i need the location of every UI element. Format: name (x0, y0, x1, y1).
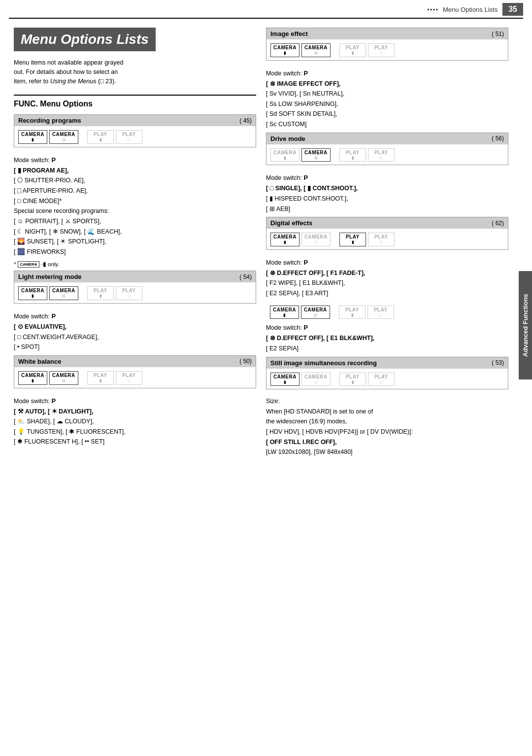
dm-play-btn-2[interactable]: PLAY □ (368, 148, 395, 162)
de-play-btn-2[interactable]: PLAY □ (368, 233, 395, 246)
de-buttons-row2: CAMERA ▮ CAMERA □ PLAY ▮ PLAY □ (266, 302, 508, 322)
si-camera-btn-1[interactable]: CAMERA ▮ (270, 373, 299, 386)
light-metering-header: Light metering mode ( 54) (14, 271, 256, 282)
ie-item-5: [ Sc CUSTOM] (266, 119, 508, 130)
dm-play-btn-1[interactable]: PLAY ▮ (339, 148, 366, 162)
dm-camera-btn-2[interactable]: CAMERA □ (301, 148, 331, 162)
still-image-section: Still image simultaneous recording ( 53)… (266, 357, 508, 390)
lm-camera-btn-1[interactable]: CAMERA ▮ (18, 286, 47, 300)
digital-effects-ref: ( 62) (492, 220, 504, 227)
lm-play-btn-1[interactable]: PLAY ▮ (87, 286, 114, 300)
de2-play-btn-1[interactable]: PLAY ▮ (339, 306, 366, 319)
still-image-list: Size: When [HD STANDARD] is set to one o… (266, 396, 508, 460)
si-note2: the widescreen (16:9) modes, (266, 416, 508, 427)
digital-effects-section: Digital effects ( 62) CAMERA ▮ CAMERA □ … (266, 217, 508, 250)
dm-item-2: [ ▮ HISPEED CONT.SHOOT.], (266, 194, 508, 204)
rec-item-2: [ ⎔ SHUTTER-PRIO. AE], (14, 175, 256, 186)
right-column: Image effect ( 51) CAMERA ▮ CAMERA □ PLA… (266, 28, 508, 460)
drive-mode-buttons: CAMERA ▮ CAMERA □ PLAY ▮ PLAY □ (266, 144, 508, 165)
wb-camera-btn-1[interactable]: CAMERA ▮ (18, 371, 47, 385)
si-size-label: Size: (266, 396, 508, 407)
drive-mode-list: [ □ SINGLE], [ ▮ CONT.SHOOT.], [ ▮ HISPE… (266, 183, 508, 217)
digital-effects-list-1: [ ⊗ D.EFFECT OFF], [ F1 FADE-T], [ F2 WI… (266, 268, 508, 302)
camera-btn-2[interactable]: CAMERA □ (49, 130, 78, 144)
image-effect-list: [ ⊗ IMAGE EFFECT OFF], [ Sv VIVID], [ Sn… (266, 79, 508, 133)
de2-camera-btn-2[interactable]: CAMERA □ (301, 306, 330, 319)
rec-item-3: [ ⎕ APERTURE-PRIO. AE], (14, 186, 256, 196)
de-camera-btn-1[interactable]: CAMERA ▮ (270, 233, 299, 246)
play-btn-2[interactable]: PLAY □ (116, 130, 142, 144)
de-buttons-row1: CAMERA ▮ CAMERA □ PLAY ▮ PLAY □ (266, 229, 508, 249)
drive-mode-ref: ( 56) (492, 135, 504, 142)
recording-mode-switch: Mode switch: P (14, 154, 256, 166)
ie-item-3: [ Ss LOW SHARPENING], (266, 99, 508, 109)
ie-camera-btn-1[interactable]: CAMERA ▮ (270, 43, 299, 57)
camera-btn-1-icon: ▮ (32, 137, 33, 142)
de-camera-btn-2[interactable]: CAMERA □ (301, 233, 331, 246)
si-play-btn-2[interactable]: PLAY □ (368, 373, 395, 386)
recording-programs-header: Recording programs ( 45) (14, 115, 256, 126)
si-item-1: [ OFF STILL I.REC OFF], (266, 437, 508, 447)
intro-text: Menu items not available appear grayed o… (14, 58, 256, 86)
light-metering-label: Light metering mode (18, 273, 82, 280)
white-balance-list: [ ⚒ AUTO], [ ✶ DAYLIGHT], [ ⛅ SHADE], [ … (14, 407, 256, 450)
si-note3: [ HDV HDV], [ HDVB HDV(PF24)] or [ DV DV… (266, 427, 508, 437)
dm-camera-btn-1[interactable]: CAMERA ▮ (270, 148, 299, 162)
de-item-3: [ E2 SEPIA], [ E3 ART] (266, 288, 508, 299)
section-divider (14, 95, 256, 96)
drive-mode-switch: Mode switch: P (266, 172, 508, 183)
si-note1: When [HD STANDARD] is set to one of (266, 407, 508, 417)
rec-item-4: [ □ CINE MODE]* (14, 196, 256, 206)
camera-btn-1[interactable]: CAMERA ▮ (18, 130, 47, 144)
white-balance-ref: ( 50) (239, 358, 252, 365)
drive-mode-header: Drive mode ( 56) (266, 133, 508, 144)
main-content: Menu Options Lists Menu items not availa… (0, 19, 532, 469)
wb-item-4: [ ✱ FLUORESCENT H], [ •• SET] (14, 437, 256, 447)
play-btn-2-label: PLAY (122, 132, 136, 137)
dm-item-3: [ ⊞ AEB] (266, 204, 508, 214)
lm-camera-btn-2[interactable]: CAMERA □ (49, 286, 78, 300)
de-play-btn-1[interactable]: PLAY ▮ (339, 233, 366, 246)
ie-camera-btn-2[interactable]: CAMERA □ (301, 43, 331, 57)
recording-mode-p: P (51, 156, 56, 164)
recording-programs-buttons: CAMERA ▮ CAMERA □ PLAY ▮ PLAY □ (14, 126, 256, 147)
ie-item-4: [ Sd SOFT SKIN DETAIL], (266, 109, 508, 119)
de2-play-btn-2[interactable]: PLAY □ (367, 306, 394, 319)
intro-line1: Menu items not available appear grayed (14, 59, 123, 66)
de2-item-1: [ ⊗ D.EFFECT OFF], [ E1 BLK&WHT], (266, 333, 508, 344)
digital-effects-list-2: [ ⊗ D.EFFECT OFF], [ E1 BLK&WHT], [ E2 S… (266, 333, 508, 356)
wb-play-btn-1[interactable]: PLAY ▮ (87, 371, 114, 385)
si-play-btn-1[interactable]: PLAY ▮ (339, 373, 366, 386)
de2-camera-btn-1[interactable]: CAMERA ▮ (270, 306, 299, 319)
lm-item-1: [ ⊙ EVALUATIVE], (14, 322, 256, 332)
white-balance-buttons: CAMERA ▮ CAMERA □ PLAY ▮ PLAY □ (14, 367, 256, 388)
dm-item-1: [ □ SINGLE], [ ▮ CONT.SHOOT.], (266, 183, 508, 194)
digital-effects-header: Digital effects ( 62) (266, 217, 508, 229)
white-balance-label: White balance (18, 358, 61, 365)
ie-play-btn-2[interactable]: PLAY □ (368, 43, 395, 57)
still-image-label: Still image simultaneous recording (270, 359, 377, 367)
light-metering-ref: ( 54) (239, 274, 252, 280)
rec-item-7: [ ☾ NIGHT], [ ❄ SNOW], [ 🌊 BEACH], (14, 227, 256, 237)
rec-item-6: [ ☺ PORTRAIT], [ ⚔ SPORTS], (14, 216, 256, 227)
recording-programs-label: Recording programs (18, 117, 81, 124)
lm-play-btn-2[interactable]: PLAY □ (116, 286, 142, 300)
image-effect-ref: ( 51) (492, 31, 504, 37)
play-btn-1[interactable]: PLAY ▮ (87, 130, 114, 144)
ie-play-btn-1[interactable]: PLAY ▮ (339, 43, 366, 57)
drive-mode-label: Drive mode (270, 135, 305, 142)
still-image-header: Still image simultaneous recording ( 53) (266, 357, 508, 369)
intro-line3-prefix: item, refer to (14, 78, 50, 85)
si-camera-btn-2[interactable]: CAMERA □ (301, 373, 331, 386)
de2-item-2: [ E2 SEPIA] (266, 344, 508, 354)
wb-item-2: [ ⛅ SHADE], [ ☁ CLOUDY], (14, 416, 256, 427)
play-btn-1-icon: ▮ (100, 137, 101, 142)
rec-item-8: [ 🌄 SUNSET], [ ☀ SPOTLIGHT], (14, 237, 256, 247)
func-menu-title: FUNC. Menu Options (14, 100, 256, 108)
still-image-ref: ( 53) (492, 359, 504, 366)
drive-mode-section: Drive mode ( 56) CAMERA ▮ CAMERA □ PLAY … (266, 133, 508, 166)
wb-play-btn-2[interactable]: PLAY □ (116, 371, 142, 385)
rec-item-5: Special scene recording programs: (14, 206, 256, 216)
light-metering-list: [ ⊙ EVALUATIVE], [ □ CENT.WEIGHT.AVERAGE… (14, 322, 256, 355)
wb-camera-btn-2[interactable]: CAMERA □ (49, 371, 78, 385)
